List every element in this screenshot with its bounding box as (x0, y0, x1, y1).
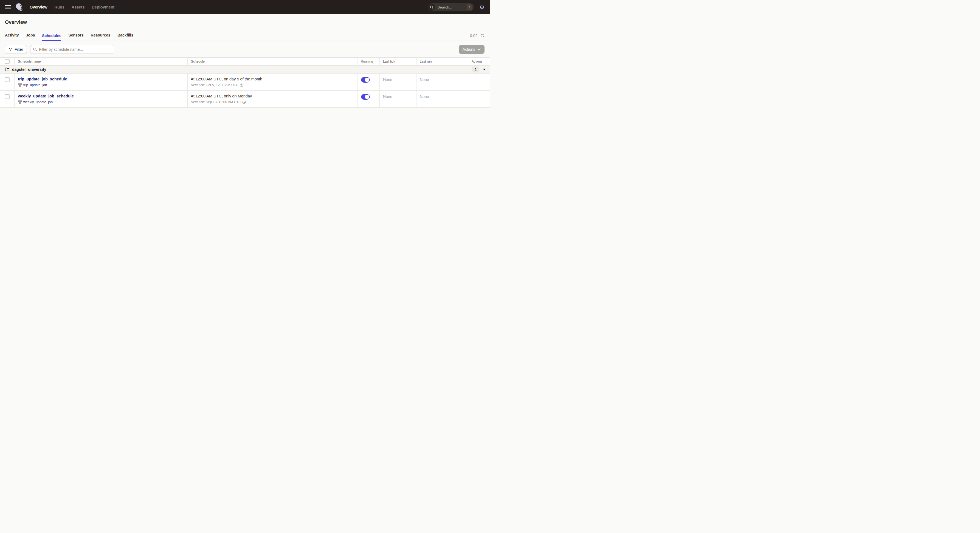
nav-right-group: Search... / ⚙ (428, 3, 485, 11)
refresh-icon[interactable] (480, 33, 485, 38)
refresh-area: 0:02 (470, 33, 485, 41)
schedules-toolbar: Filter Actions (5, 45, 485, 54)
nav-item-runs[interactable]: Runs (55, 5, 64, 10)
table-row: trip_update_job_schedule trip_update_job… (0, 73, 490, 91)
next-tick-text: Next tick: Oct 5, 12:00 AM UTC (191, 83, 239, 87)
clock-icon (242, 100, 246, 104)
search-placeholder-text: Search... (438, 5, 452, 10)
actions-button-label: Actions (463, 47, 475, 52)
row-checkbox-cell (0, 73, 14, 90)
page-title: Overview (5, 20, 485, 25)
filter-button-label: Filter (14, 47, 23, 52)
schedules-table: Schedule name Schedule Running Last tick… (0, 57, 490, 108)
schedule-filter-field (30, 45, 114, 54)
dagster-logo-icon[interactable] (15, 3, 24, 11)
app-screen: Overview Runs Assets Deployment Search..… (0, 0, 490, 266)
col-last-run: Last run (416, 57, 468, 65)
chevron-down-icon (478, 49, 480, 51)
job-graph-icon (18, 83, 22, 87)
funnel-icon (9, 48, 12, 51)
row-actions-value: – (468, 73, 490, 90)
tab-sensors[interactable]: Sensors (68, 33, 83, 41)
last-tick-value: None (379, 91, 416, 107)
clock-icon (240, 83, 243, 87)
job-name-link[interactable]: trip_update_job (23, 83, 47, 87)
tab-resources[interactable]: Resources (91, 33, 111, 41)
last-tick-value: None (379, 73, 416, 90)
col-last-tick: Last tick (379, 57, 416, 65)
hamburger-menu-icon[interactable] (5, 5, 11, 10)
last-run-value: None (416, 91, 468, 107)
table-row: weekly_update_job_schedule weekly_update… (0, 91, 490, 108)
filter-search-icon (33, 48, 37, 51)
select-all-cell (0, 57, 14, 65)
row-checkbox[interactable] (5, 94, 10, 99)
schedule-description: At 12:00 AM UTC, only on Monday (191, 94, 357, 98)
row-checkbox[interactable] (5, 77, 10, 82)
settings-gear-icon[interactable]: ⚙ (479, 5, 485, 10)
tab-backfills[interactable]: Backfills (118, 33, 133, 41)
folder-icon (5, 67, 10, 72)
col-schedule-name: Schedule name (14, 57, 188, 65)
col-running: Running (357, 57, 379, 65)
tab-schedules[interactable]: Schedules (42, 33, 61, 41)
tab-activity[interactable]: Activity (5, 33, 19, 41)
actions-button[interactable]: Actions (459, 45, 485, 54)
tab-jobs[interactable]: Jobs (26, 33, 35, 41)
schedule-name-link[interactable]: trip_update_job_schedule (18, 77, 188, 81)
job-graph-icon (18, 100, 22, 104)
nav-item-overview[interactable]: Overview (30, 5, 48, 10)
schedule-running-toggle[interactable] (361, 77, 370, 83)
schedule-name-link[interactable]: weekly_update_job_schedule (18, 94, 188, 98)
search-icon (428, 3, 435, 11)
next-tick-text: Next tick: Sep 18, 12:00 AM UTC (191, 100, 241, 104)
table-header-row: Schedule name Schedule Running Last tick… (0, 57, 490, 65)
schedule-filter-input[interactable] (39, 47, 111, 52)
search-shortcut-badge: / (467, 5, 472, 10)
global-search-button[interactable]: Search... / (428, 3, 474, 11)
nav-item-assets[interactable]: Assets (72, 5, 85, 10)
nav-item-deployment[interactable]: Deployment (92, 5, 115, 10)
schedule-running-toggle[interactable] (361, 94, 370, 100)
top-nav-bar: Overview Runs Assets Deployment Search..… (0, 0, 490, 14)
refresh-countdown: 0:02 (470, 33, 478, 38)
page-header: Overview (0, 14, 490, 25)
schedule-count-badge: 2 (472, 67, 479, 72)
schedule-description: At 12:00 AM UTC, on day 5 of the month (191, 77, 357, 81)
last-run-value: None (416, 73, 468, 90)
row-actions-value: – (468, 91, 490, 107)
collapse-caret-icon[interactable] (483, 68, 485, 70)
job-name-link[interactable]: weekly_update_job (23, 100, 52, 104)
overview-tabs: Activity Jobs Schedules Sensors Resource… (0, 33, 490, 41)
primary-nav: Overview Runs Assets Deployment (30, 5, 115, 10)
col-schedule: Schedule (188, 57, 357, 65)
filter-button[interactable]: Filter (5, 45, 27, 54)
col-actions: Actions (468, 57, 490, 65)
select-all-checkbox[interactable] (5, 59, 10, 64)
repo-group-name: dagster_university (12, 67, 46, 72)
repo-group-row[interactable]: dagster_university 2 (0, 65, 490, 73)
row-checkbox-cell (0, 91, 14, 107)
